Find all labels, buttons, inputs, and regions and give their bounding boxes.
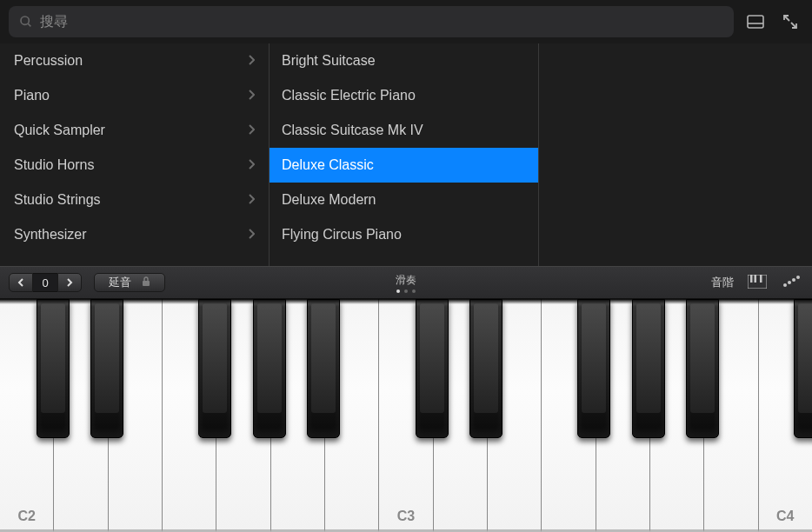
preset-label: Deluxe Classic [282,157,374,173]
black-key[interactable] [253,299,286,438]
panel-toggle-button[interactable] [742,9,769,35]
preset-deluxe-modern[interactable]: Deluxe Modern [270,183,538,217]
mode-label: 滑奏 [396,273,416,288]
svg-point-11 [792,278,795,282]
category-studio-horns[interactable]: Studio Horns [0,148,269,183]
preset-label: Bright Suitcase [282,53,376,69]
preset-label: Classic Electric Piano [282,88,416,103]
dot-icon [412,289,416,293]
search-field[interactable] [9,6,734,37]
preset-label: Classic Suitcase Mk IV [282,123,423,138]
preset-classic-electric-piano[interactable]: Classic Electric Piano [270,78,538,113]
arpeggio-view-button[interactable] [782,275,803,290]
preset-deluxe-classic[interactable]: Deluxe Classic [270,148,538,183]
preset-detail-column [539,43,812,266]
preset-bright-suitcase[interactable]: Bright Suitcase [270,43,538,78]
key-label: C3 [397,509,415,524]
keyboard-control-strip: 0 延音 滑奏 音階 [0,266,812,299]
category-label: Quick Sampler [14,123,105,138]
black-key[interactable] [198,299,231,438]
key-label: C2 [17,509,35,524]
category-label: Synthesizer [14,227,87,243]
black-key[interactable] [794,299,812,438]
svg-rect-4 [143,281,150,286]
search-input[interactable] [40,14,723,30]
scale-label[interactable]: 音階 [711,275,734,290]
fullscreen-button[interactable] [777,9,803,35]
preset-classic-suitcase-mk-iv[interactable]: Classic Suitcase Mk IV [270,113,538,148]
dot-icon [404,289,408,293]
preset-label: Flying Circus Piano [282,227,402,243]
chevron-right-icon [248,192,255,208]
svg-rect-7 [755,275,757,283]
black-key[interactable] [577,299,610,438]
category-label: Studio Horns [14,157,95,173]
chevron-right-icon [248,227,255,243]
category-label: Piano [14,88,50,103]
category-piano[interactable]: Piano [0,78,269,113]
svg-line-1 [28,23,30,26]
lock-icon [142,276,150,289]
svg-point-0 [21,17,29,24]
black-key[interactable] [632,299,665,438]
black-key[interactable] [90,299,123,438]
octave-up-button[interactable] [57,273,82,292]
category-label: Studio Strings [14,192,101,208]
svg-rect-2 [748,16,763,28]
octave-value: 0 [33,273,57,292]
octave-down-button[interactable] [9,273,33,292]
black-key[interactable] [37,299,70,438]
category-label: Percussion [14,53,83,69]
preset-label: Deluxe Modern [282,192,376,208]
sound-browser: Percussion Piano Quick Sampler Studio Ho… [0,43,812,266]
svg-point-10 [788,281,791,284]
sustain-label: 延音 [109,275,131,290]
chevron-right-icon [248,53,255,69]
chevron-right-icon [248,157,255,173]
category-percussion[interactable]: Percussion [0,43,269,78]
svg-rect-6 [750,275,753,283]
chevron-left-icon [17,278,24,287]
black-key[interactable] [469,299,503,438]
preset-column: Bright Suitcase Classic Electric Piano C… [270,43,539,266]
category-column: Percussion Piano Quick Sampler Studio Ho… [0,43,270,266]
sustain-button[interactable]: 延音 [94,273,165,292]
topbar [0,0,812,43]
black-key[interactable] [307,299,340,438]
keyboard-view-button[interactable] [748,275,769,290]
key-label: C4 [776,509,794,524]
page-dots [396,289,416,293]
svg-rect-8 [760,275,762,283]
dot-icon [396,289,400,293]
right-controls: 音階 [711,275,803,290]
preset-flying-circus-piano[interactable]: Flying Circus Piano [270,217,538,252]
category-synthesizer[interactable]: Synthesizer [0,217,269,252]
svg-point-9 [783,283,787,287]
octave-stepper: 0 [9,273,82,292]
category-studio-strings[interactable]: Studio Strings [0,183,269,217]
black-key[interactable] [686,299,719,438]
svg-point-12 [796,276,800,279]
search-icon [19,15,33,29]
category-quick-sampler[interactable]: Quick Sampler [0,113,269,148]
chevron-right-icon [66,278,73,287]
piano-keyboard: C2 C3 C4 [0,299,812,532]
chevron-right-icon [248,88,255,103]
chevron-right-icon [248,123,255,138]
black-key[interactable] [416,299,449,438]
keyboard-mode-indicator[interactable]: 滑奏 [396,273,416,293]
